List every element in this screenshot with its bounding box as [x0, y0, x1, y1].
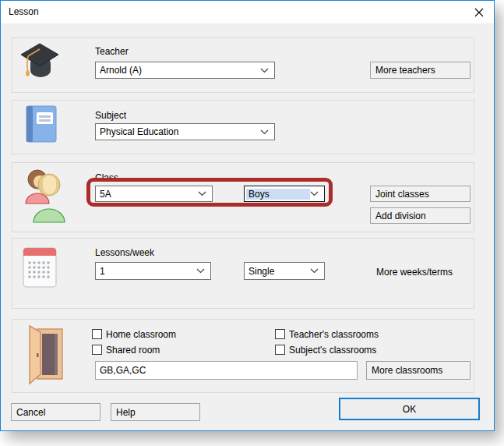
- shared-room-label: Shared room: [106, 345, 160, 356]
- teacher-section: Teacher Arnold (A) More teachers: [12, 37, 474, 93]
- division-dropdown-value: Boys: [246, 189, 310, 200]
- close-button[interactable]: [471, 4, 488, 21]
- home-classroom-checkbox[interactable]: [92, 329, 102, 339]
- teacher-dropdown-value: Arnold (A): [96, 65, 260, 76]
- add-division-label: Add division: [375, 211, 426, 221]
- door-icon: [25, 324, 64, 387]
- students-icon: [23, 166, 67, 224]
- more-classrooms-label: More classrooms: [372, 365, 442, 376]
- chevron-down-icon: [310, 268, 319, 274]
- chevron-down-icon: [198, 191, 206, 196]
- classroom-section: Home classroom Shared room Teacher's cla…: [12, 319, 474, 393]
- subjects-classrooms-checkbox[interactable]: [275, 345, 285, 355]
- more-classrooms-button[interactable]: More classrooms: [366, 361, 471, 380]
- teachers-classrooms-checkbox[interactable]: [275, 329, 285, 339]
- lessons-week-label: Lessons/week: [95, 247, 154, 258]
- class-label: Class: [95, 172, 118, 183]
- teacher-label: Teacher: [95, 46, 129, 57]
- cancel-label: Cancel: [16, 407, 45, 418]
- add-division-button[interactable]: Add division: [370, 207, 471, 224]
- subject-label: Subject: [95, 110, 126, 121]
- ok-button[interactable]: OK: [339, 398, 480, 420]
- joint-classes-label: Joint classes: [375, 189, 429, 200]
- cancel-button[interactable]: Cancel: [11, 403, 100, 421]
- more-weeks-terms-link[interactable]: More weeks/terms: [376, 267, 453, 278]
- lesson-type-value: Single: [245, 266, 310, 277]
- more-teachers-label: More teachers: [375, 65, 435, 76]
- class-dropdown[interactable]: 5A: [95, 186, 213, 202]
- subject-section: Subject Physical Education: [12, 100, 474, 154]
- lessons-count-value: 1: [96, 266, 196, 277]
- joint-classes-button[interactable]: Joint classes: [370, 186, 471, 202]
- help-button[interactable]: Help: [111, 403, 200, 421]
- subjects-classrooms-label: Subject's classrooms: [289, 345, 376, 356]
- class-dropdown-value: 5A: [96, 189, 198, 200]
- graduation-cap-icon: [19, 42, 60, 87]
- subject-dropdown[interactable]: Physical Education: [95, 123, 275, 140]
- calendar-icon: [23, 247, 57, 288]
- book-icon: [23, 104, 58, 143]
- chevron-down-icon: [260, 129, 269, 135]
- screen: { "window": { "title": "Lesson", "close_…: [0, 0, 504, 446]
- chevron-down-icon: [260, 68, 269, 73]
- teacher-dropdown[interactable]: Arnold (A): [95, 62, 275, 79]
- classrooms-input[interactable]: [95, 361, 358, 380]
- close-icon: [474, 8, 484, 17]
- class-section: Class 5A Boys Joint classes Add division: [12, 162, 474, 232]
- teachers-classrooms-label: Teacher's classrooms: [289, 329, 379, 340]
- division-dropdown[interactable]: Boys: [244, 186, 325, 202]
- lessons-count-dropdown[interactable]: 1: [95, 262, 211, 280]
- subject-dropdown-value: Physical Education: [96, 126, 260, 137]
- help-label: Help: [116, 407, 136, 418]
- shared-room-checkbox[interactable]: [92, 345, 102, 355]
- chevron-down-icon: [196, 268, 205, 274]
- chevron-down-icon: [310, 191, 319, 196]
- more-teachers-button[interactable]: More teachers: [370, 62, 471, 79]
- title-bar: Lesson: [1, 1, 494, 23]
- lessons-section: Lessons/week 1 Single More weeks/terms: [12, 238, 474, 309]
- ok-label: OK: [403, 404, 416, 415]
- lesson-type-dropdown[interactable]: Single: [244, 262, 325, 280]
- home-classroom-label: Home classroom: [106, 329, 176, 340]
- dialog-title: Lesson: [9, 6, 39, 17]
- lesson-dialog: Lesson Teacher Arnold (A) More teachers: [0, 0, 495, 431]
